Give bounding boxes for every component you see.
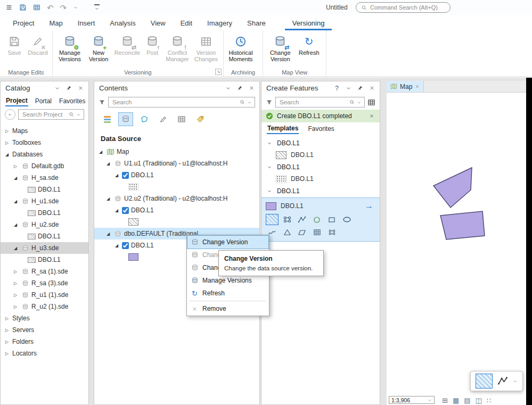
save-project-icon[interactable] — [19, 4, 27, 11]
polygon-tool-button[interactable] — [266, 214, 279, 225]
close-icon[interactable] — [248, 84, 256, 92]
tree-item-r-sa-3-sde[interactable]: ▷R_sa (3).sde — [1, 277, 88, 289]
list-by-labeling-icon[interactable] — [193, 112, 208, 126]
change-version-button[interactable]: ⇄ Change Version — [266, 32, 294, 64]
expander-icon[interactable]: ▷ — [4, 316, 10, 321]
tree-item-h-u3-sde-selected[interactable]: ◢H_u3.sde — [1, 242, 88, 254]
tab-versioning[interactable]: Versioning — [285, 16, 332, 30]
manage-templates-icon[interactable] — [367, 98, 375, 106]
undo-icon[interactable]: ↶ — [47, 4, 54, 12]
tree-item-maps[interactable]: ▷Maps — [1, 125, 88, 137]
expander-icon[interactable]: ▷ — [4, 129, 10, 134]
expander-icon[interactable]: ◢ — [12, 199, 19, 204]
tree-item-layer-dbo-l1[interactable]: ◢DBO.L1 — [94, 169, 259, 181]
right-angle-tool-button[interactable] — [281, 227, 293, 238]
tree-item-dbo-l1[interactable]: DBO.L1 — [1, 230, 88, 242]
stream-tool-button[interactable] — [310, 227, 323, 238]
tree-item-styles[interactable]: ▷Styles — [1, 312, 88, 324]
expander-icon[interactable]: ◢ — [12, 246, 19, 251]
menu-icon[interactable] — [5, 4, 13, 11]
tree-item-r-u2-1-sde[interactable]: ▷R_u2 (1).sde — [1, 301, 88, 312]
trace-tool-button[interactable] — [296, 227, 308, 238]
tree-item-dbo-l1[interactable]: DBO.L1 — [1, 207, 88, 219]
tab-share[interactable]: Share — [240, 16, 273, 30]
tree-item-r-sa-1-sde[interactable]: ▷R_sa (1).sde — [1, 266, 88, 277]
attribute-table-icon[interactable]: ▤ — [464, 396, 470, 404]
map-polygon-feature[interactable] — [433, 168, 472, 208]
close-icon[interactable] — [368, 84, 376, 92]
chevron-down-icon[interactable] — [267, 140, 273, 146]
pin-icon[interactable] — [356, 84, 364, 92]
tab-map[interactable]: Map — [42, 16, 70, 30]
conflict-manager-button[interactable]: ! Conflict Manager — [163, 32, 191, 64]
tree-item-connection-u2[interactable]: ◢U2.u2 (Traditional) - u2@localhost:H — [94, 193, 259, 204]
expander-icon[interactable]: ◢ — [113, 243, 120, 248]
post-button[interactable]: Post — [142, 32, 162, 57]
active-template-row[interactable]: DBO.L1 → — [266, 200, 375, 212]
tree-item-h-sa-sde[interactable]: ◢H_sa.sde — [1, 172, 88, 184]
open-project-icon[interactable] — [33, 4, 40, 11]
layer-symbol-row[interactable] — [94, 181, 259, 193]
tab-catalog-favorites[interactable]: Favorites — [59, 96, 86, 106]
chevron-down-icon[interactable] — [53, 84, 61, 92]
close-icon[interactable] — [77, 84, 85, 92]
tab-analysis[interactable]: Analysis — [102, 16, 143, 30]
catalog-search-input[interactable] — [21, 111, 67, 118]
map-view-tab[interactable]: Map — [387, 81, 424, 92]
snap-grid-icon[interactable]: ∷ — [487, 396, 491, 404]
tree-item-databases[interactable]: ◢Databases — [1, 148, 88, 160]
expander-icon[interactable]: ◢ — [12, 176, 19, 180]
filter-icon[interactable] — [266, 99, 273, 106]
expander-icon[interactable]: ▷ — [4, 351, 10, 356]
list-by-data-source-icon[interactable] — [118, 112, 133, 126]
command-search[interactable]: Command Search (Alt+Q) — [356, 2, 451, 13]
tree-item-h-u1-sde[interactable]: ◢H_u1.sde — [1, 195, 88, 207]
tree-item-folders[interactable]: ▷Folders — [1, 336, 88, 348]
filter-icon[interactable] — [99, 99, 105, 106]
template-group-header[interactable]: DBO.L1 — [261, 185, 380, 197]
expander-icon[interactable]: ◢ — [113, 173, 120, 178]
expander-icon[interactable]: ◢ — [97, 150, 104, 154]
menu-item-remove[interactable]: Remove — [187, 302, 268, 315]
layer-visibility-checkbox[interactable] — [122, 242, 129, 249]
rectangle-tool-button[interactable] — [325, 214, 338, 225]
extent-icon[interactable]: ◫ — [476, 396, 482, 404]
help-icon[interactable]: ? — [333, 84, 341, 92]
table-icon[interactable]: ▦ — [453, 396, 459, 404]
list-by-editing-icon[interactable] — [155, 112, 170, 126]
map-polygon-feature[interactable] — [440, 211, 485, 239]
dismiss-notification-icon[interactable] — [367, 112, 375, 120]
tree-item-layer-dbo-l1[interactable]: ◢DBO.L1 — [94, 204, 259, 216]
chevron-down-icon[interactable] — [267, 164, 273, 170]
list-by-snapping-icon[interactable] — [174, 112, 189, 126]
reconcile-button[interactable]: ⇄ Reconcile — [113, 32, 141, 57]
circle-tool-button[interactable] — [310, 214, 323, 225]
pin-icon[interactable] — [236, 84, 244, 92]
template-item[interactable]: DBO.L1 — [261, 173, 380, 185]
expander-icon[interactable]: ▷ — [12, 293, 19, 297]
tab-templates[interactable]: Templates — [267, 123, 299, 134]
layer-visibility-checkbox[interactable] — [122, 172, 129, 179]
manage-versions-button[interactable]: ⚙ Manage Versions — [56, 32, 84, 64]
chevron-down-icon[interactable] — [357, 100, 362, 105]
customize-toolbar-icon[interactable] — [94, 4, 100, 11]
template-group-header[interactable]: DBO.L1 — [261, 161, 380, 173]
layer-visibility-checkbox[interactable] — [122, 207, 129, 214]
versioning-dialog-launcher-icon[interactable]: ↘ — [215, 69, 222, 75]
new-version-button[interactable]: ＋ New Version — [85, 32, 112, 64]
chevron-down-icon[interactable] — [345, 84, 353, 92]
close-map-tab-icon[interactable] — [415, 84, 420, 89]
version-changes-button[interactable]: Version Changes — [192, 32, 220, 64]
expander-icon[interactable]: ◢ — [105, 196, 111, 201]
tree-item-h-u2-sde[interactable]: ◢H_u2.sde — [1, 219, 88, 230]
layer-symbol-row[interactable] — [94, 216, 259, 228]
expander-icon[interactable]: ▷ — [12, 281, 19, 286]
discard-edits-button[interactable]: ✕ Discard — [27, 32, 49, 57]
list-by-drawing-order-icon[interactable] — [100, 112, 114, 126]
expander-icon[interactable]: ▷ — [12, 269, 19, 274]
tab-project[interactable]: Project — [5, 16, 42, 30]
add-grid-icon[interactable]: ⊞ — [442, 396, 448, 404]
redo-menu-chevron-icon[interactable] — [73, 5, 78, 10]
back-icon[interactable] — [5, 109, 15, 120]
tree-item-map[interactable]: ◢Map — [94, 146, 259, 158]
